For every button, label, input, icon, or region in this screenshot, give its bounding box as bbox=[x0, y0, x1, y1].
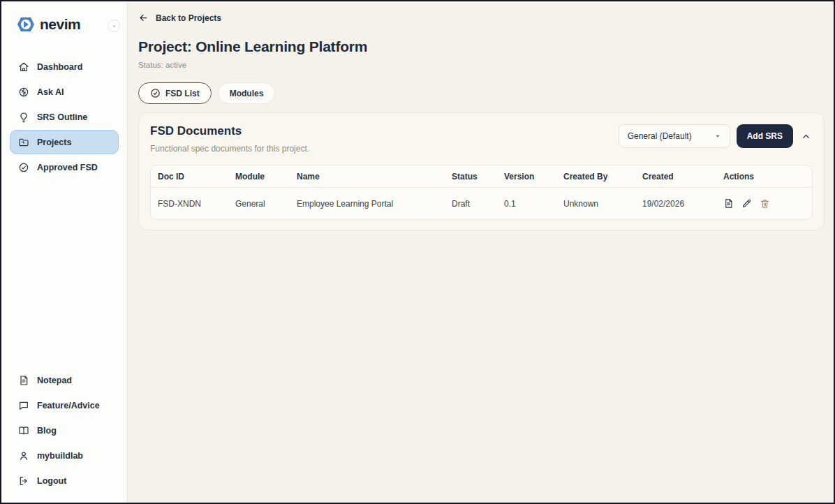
sidebar-nav-bottom: Notepad Feature/Advice Blog mybuildlab bbox=[10, 368, 119, 493]
notepad-icon bbox=[18, 375, 29, 386]
sidebar-nav-top: Dashboard Ask AI SRS Outline Projects bbox=[10, 54, 119, 179]
sidebar-item-projects[interactable]: Projects bbox=[10, 130, 119, 154]
sidebar-item-blog[interactable]: Blog bbox=[10, 418, 119, 443]
column-header-doc-id: Doc ID bbox=[151, 165, 228, 188]
check-circle-icon bbox=[18, 162, 29, 173]
card-heading: FSD Documents Functional spec documents … bbox=[150, 124, 309, 154]
cell-module: General bbox=[228, 188, 290, 220]
back-to-projects-link[interactable]: Back to Projects bbox=[138, 13, 221, 23]
fsd-documents-table: Doc ID Module Name Status Version Create… bbox=[150, 165, 813, 220]
sidebar-item-label: Dashboard bbox=[37, 62, 82, 72]
user-icon bbox=[18, 450, 29, 461]
ai-icon bbox=[18, 87, 29, 98]
sidebar-item-label: mybuildlab bbox=[37, 451, 83, 461]
lightbulb-icon bbox=[18, 112, 29, 123]
sidebar-item-label: Projects bbox=[37, 138, 71, 147]
sidebar-collapse-button[interactable] bbox=[108, 20, 120, 32]
view-document-icon[interactable] bbox=[723, 198, 734, 209]
sidebar-item-label: Logout bbox=[37, 476, 66, 486]
add-srs-button[interactable]: Add SRS bbox=[737, 124, 793, 148]
column-header-actions: Actions bbox=[716, 165, 812, 188]
book-open-icon bbox=[18, 425, 29, 436]
tab-fsd-list[interactable]: FSD List bbox=[138, 82, 212, 104]
app-window: nevim Dashboard Ask AI SRS bbox=[0, 0, 835, 504]
view-tabs: FSD List Modules bbox=[138, 82, 825, 104]
tab-modules[interactable]: Modules bbox=[218, 82, 276, 104]
module-filter-value: General (Default) bbox=[628, 131, 692, 141]
cell-status: Draft bbox=[445, 188, 497, 220]
logo-text: nevim bbox=[40, 16, 80, 33]
caret-down-icon bbox=[714, 133, 721, 140]
table-header-row: Doc ID Module Name Status Version Create… bbox=[151, 165, 812, 188]
column-header-created-by: Created By bbox=[556, 165, 635, 188]
column-header-version: Version bbox=[497, 165, 556, 188]
folder-icon bbox=[18, 137, 29, 148]
cell-name: Employee Learning Portal bbox=[290, 188, 445, 220]
sidebar-item-notepad[interactable]: Notepad bbox=[10, 368, 119, 392]
main-content: Back to Projects Project: Online Learnin… bbox=[128, 1, 834, 503]
sidebar-item-logout[interactable]: Logout bbox=[10, 468, 119, 493]
column-header-name: Name bbox=[290, 165, 445, 188]
cell-doc-id: FSD-XNDN bbox=[151, 188, 228, 220]
sidebar-item-label: Approved FSD bbox=[37, 163, 98, 172]
collapse-dot-icon bbox=[113, 25, 115, 27]
sidebar-item-label: Feature/Advice bbox=[37, 401, 100, 410]
column-header-created: Created bbox=[635, 165, 716, 188]
table-row: FSD-XNDN General Employee Learning Porta… bbox=[151, 188, 812, 220]
sidebar-item-approved-fsd[interactable]: Approved FSD bbox=[10, 155, 119, 179]
collapse-card-button[interactable] bbox=[799, 130, 813, 143]
tab-label: Modules bbox=[230, 89, 264, 98]
module-filter-select[interactable]: General (Default) bbox=[619, 124, 730, 148]
sidebar-item-feature-advice[interactable]: Feature/Advice bbox=[10, 393, 119, 417]
back-arrow-icon bbox=[138, 13, 149, 23]
sidebar-item-mybuildlab[interactable]: mybuildlab bbox=[10, 443, 119, 468]
sidebar-item-srs-outline[interactable]: SRS Outline bbox=[10, 105, 119, 129]
row-actions bbox=[723, 198, 805, 209]
nevim-logo-icon bbox=[17, 15, 35, 34]
card-controls: General (Default) Add SRS bbox=[619, 124, 813, 148]
sidebar-item-ask-ai[interactable]: Ask AI bbox=[10, 80, 119, 104]
tab-label: FSD List bbox=[165, 89, 200, 98]
cell-created-by: Unknown bbox=[556, 188, 635, 220]
delete-trash-icon[interactable] bbox=[760, 198, 770, 209]
cell-created: 19/02/2026 bbox=[635, 188, 716, 220]
sidebar-item-dashboard[interactable]: Dashboard bbox=[10, 54, 119, 79]
chevron-up-icon bbox=[801, 131, 811, 142]
card-title: FSD Documents bbox=[150, 124, 309, 138]
sidebar-item-label: Notepad bbox=[37, 376, 72, 385]
logo: nevim bbox=[10, 11, 119, 38]
chat-icon bbox=[18, 400, 29, 411]
check-circle-icon bbox=[150, 88, 161, 98]
cell-version: 0.1 bbox=[497, 188, 556, 220]
home-icon bbox=[18, 61, 29, 73]
sidebar-item-label: Ask AI bbox=[37, 87, 64, 97]
fsd-documents-card: FSD Documents Functional spec documents … bbox=[138, 112, 825, 230]
sidebar: nevim Dashboard Ask AI SRS bbox=[1, 1, 128, 503]
back-label: Back to Projects bbox=[156, 13, 221, 23]
page-title: Project: Online Learning Platform bbox=[138, 38, 825, 55]
column-header-status: Status bbox=[445, 165, 497, 188]
card-subtitle: Functional spec documents for this proje… bbox=[150, 144, 309, 154]
edit-pencil-icon[interactable] bbox=[741, 198, 752, 209]
project-status: Status: active bbox=[138, 61, 825, 69]
column-header-module: Module bbox=[228, 165, 290, 188]
sidebar-item-label: Blog bbox=[37, 426, 57, 436]
sidebar-item-label: SRS Outline bbox=[37, 112, 87, 122]
logout-icon bbox=[18, 475, 29, 487]
